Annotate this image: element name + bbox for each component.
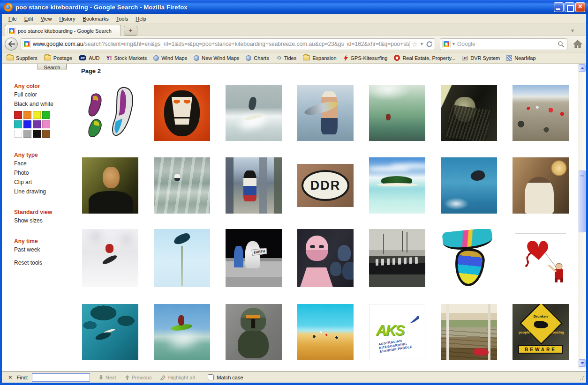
swatch-gray[interactable] (23, 130, 31, 138)
image-result[interactable] (513, 157, 569, 214)
image-result[interactable] (369, 85, 425, 141)
menu-help[interactable]: Help (132, 15, 150, 23)
filter-any-time[interactable]: Any time (14, 238, 83, 244)
filter-clip-art[interactable]: Clip art (14, 179, 83, 185)
swatch-yellow[interactable] (33, 111, 41, 119)
filter-any-color[interactable]: Any color (14, 83, 83, 89)
search-input[interactable] (457, 41, 556, 47)
back-button[interactable] (5, 37, 18, 51)
reload-icon[interactable] (426, 41, 433, 48)
image-result[interactable] (226, 85, 282, 141)
scroll-up-button[interactable] (579, 64, 586, 72)
vertical-scrollbar[interactable] (578, 64, 586, 369)
search-engine-icon[interactable] (443, 40, 450, 48)
swatch-brown[interactable] (42, 130, 50, 138)
bookmark-postage[interactable]: Postage (44, 55, 72, 61)
image-result[interactable] (154, 304, 210, 360)
image-result[interactable] (82, 304, 138, 360)
image-result[interactable] (297, 304, 354, 360)
highlight-all-button[interactable]: Highlight all (160, 374, 195, 380)
bookmark-expansion[interactable]: Expansion (303, 55, 336, 61)
image-result[interactable] (226, 157, 282, 214)
image-result[interactable]: Drunken people crossing BEWARE (513, 304, 569, 360)
reset-tools-link[interactable]: Reset tools (14, 259, 83, 266)
search-box[interactable]: ▼ (440, 38, 567, 50)
menu-view[interactable]: View (37, 15, 56, 23)
bookmark-wind-maps[interactable]: Wind Maps (153, 55, 187, 61)
image-result[interactable] (82, 85, 138, 141)
menu-history[interactable]: History (55, 15, 79, 23)
filter-face[interactable]: Face (14, 160, 83, 167)
image-result[interactable] (154, 85, 210, 141)
bookmark-new-wind-maps[interactable]: New Wind Maps (194, 55, 239, 61)
image-result[interactable] (441, 304, 497, 360)
new-tab-button[interactable]: + (124, 26, 137, 36)
filter-standard-view[interactable]: Standard view (14, 209, 83, 215)
filter-line-drawing[interactable]: Line drawing (14, 188, 83, 195)
bookmark-gps-kitesurfing[interactable]: GPS-Kitesurfing (343, 55, 388, 61)
image-result[interactable] (441, 85, 497, 141)
find-previous-button[interactable]: Previous (125, 375, 152, 380)
image-result[interactable] (441, 157, 497, 214)
image-result[interactable] (154, 229, 210, 287)
bookmark-nearmap[interactable]: NearMap (506, 55, 535, 61)
menu-edit[interactable]: Edit (21, 15, 37, 23)
image-result[interactable] (441, 229, 497, 287)
image-result[interactable] (226, 304, 282, 360)
resize-grip[interactable] (580, 376, 584, 381)
filter-photo[interactable]: Photo (14, 170, 83, 176)
find-close-icon[interactable]: × (8, 374, 12, 381)
menu-file[interactable]: File (5, 15, 21, 23)
swatch-purple[interactable] (33, 120, 41, 128)
image-result[interactable]: DDR (297, 164, 354, 207)
bookmark-stock-markets[interactable]: Y!Stock Markets (106, 55, 147, 61)
scroll-down-button[interactable] (579, 359, 586, 367)
bookmark-suppliers[interactable]: Suppliers (7, 55, 38, 61)
swatch-blue[interactable] (23, 120, 31, 128)
bookmark-star-icon[interactable]: ☆ (412, 41, 418, 48)
bookmark-tides[interactable]: Tides (276, 55, 297, 61)
swatch-teal[interactable] (14, 120, 22, 128)
swatch-white[interactable] (14, 130, 22, 138)
image-result[interactable] (513, 85, 569, 141)
list-all-tabs-icon[interactable]: ▼ (570, 28, 575, 33)
minimize-button[interactable] (554, 2, 564, 12)
find-input[interactable] (32, 373, 90, 382)
filter-past-week[interactable]: Past week (14, 246, 83, 253)
home-button[interactable] (572, 38, 583, 50)
filter-show-sizes[interactable]: Show sizes (14, 217, 83, 224)
url-bar[interactable]: www.google.com.au/search?sclient=img&hl=… (21, 38, 435, 50)
swatch-red[interactable] (14, 111, 22, 119)
image-result[interactable] (297, 85, 354, 141)
swatch-green[interactable] (42, 111, 50, 119)
close-button[interactable] (575, 2, 585, 12)
bookmark-charts[interactable]: Charts (246, 55, 269, 61)
image-result[interactable] (82, 229, 138, 287)
image-result[interactable]: AKS AUSTRALIAN KITEBOARDING STANDUP PADD… (369, 304, 425, 360)
menu-bookmarks[interactable]: Bookmarks (79, 15, 113, 23)
swatch-pink[interactable] (42, 120, 50, 128)
search-button[interactable]: Search (38, 64, 67, 70)
bookmark-aud[interactable]: xeAUD (79, 55, 99, 61)
image-result[interactable]: EARTH (226, 229, 282, 287)
search-engine-dropdown-icon[interactable]: ▼ (452, 42, 456, 46)
menu-tools[interactable]: Tools (113, 15, 132, 23)
match-case-checkbox[interactable] (208, 374, 214, 380)
image-result[interactable] (82, 157, 138, 214)
bookmark-dvr-system[interactable]: DVR System (462, 55, 500, 61)
image-result[interactable] (297, 229, 354, 287)
search-magnifier-icon[interactable] (558, 41, 565, 48)
swatch-orange[interactable] (23, 111, 31, 119)
maximize-button[interactable] (565, 2, 574, 12)
filter-full-color[interactable]: Full color (14, 91, 83, 98)
filter-any-type[interactable]: Any type (14, 152, 83, 158)
tab-active[interactable]: poo stance kiteboarding - Google Search (5, 25, 121, 36)
bookmark-real-estate[interactable]: Real Estate, Property... (394, 55, 455, 61)
filter-black-and-white[interactable]: Black and white (14, 101, 83, 107)
find-next-button[interactable]: Next (98, 375, 116, 380)
image-result[interactable] (369, 229, 425, 287)
scrollbar-thumb[interactable] (579, 170, 586, 232)
image-result[interactable] (369, 157, 425, 214)
image-result[interactable] (154, 157, 210, 214)
url-dropdown-icon[interactable]: ▼ (420, 42, 424, 46)
